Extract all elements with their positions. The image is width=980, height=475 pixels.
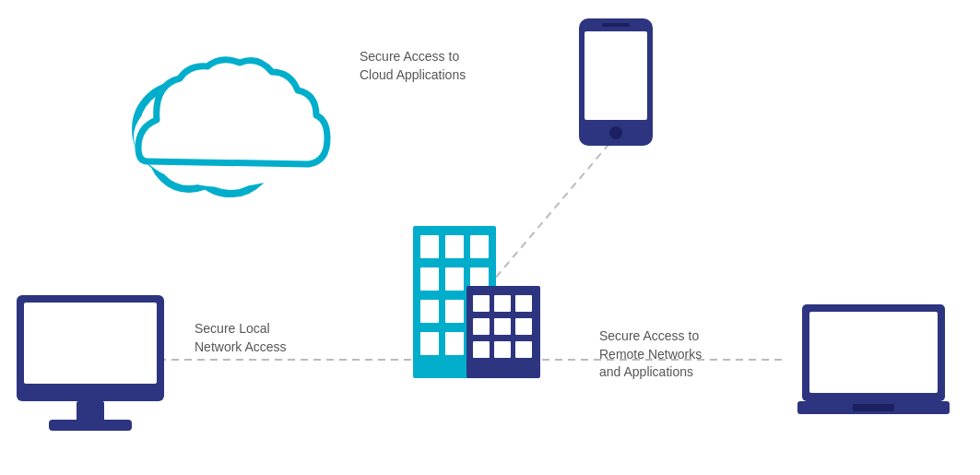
svg-rect-28 bbox=[494, 295, 511, 312]
svg-rect-29 bbox=[515, 295, 532, 312]
svg-rect-21 bbox=[445, 300, 464, 323]
svg-rect-12 bbox=[602, 23, 630, 27]
svg-rect-24 bbox=[445, 332, 464, 355]
svg-rect-33 bbox=[473, 341, 490, 358]
cloud-icon bbox=[134, 60, 327, 194]
smartphone-icon bbox=[579, 18, 653, 146]
svg-rect-20 bbox=[420, 300, 439, 323]
local-access-label: Secure Local Network Access bbox=[195, 320, 287, 356]
svg-rect-16 bbox=[470, 235, 489, 258]
laptop-icon bbox=[797, 304, 950, 414]
svg-rect-18 bbox=[445, 267, 464, 291]
cloud-access-label: Secure Access to Cloud Applications bbox=[360, 48, 466, 84]
svg-rect-17 bbox=[420, 267, 439, 291]
svg-rect-32 bbox=[515, 318, 532, 335]
svg-rect-31 bbox=[494, 318, 511, 335]
svg-point-11 bbox=[609, 126, 622, 139]
svg-rect-10 bbox=[584, 31, 647, 120]
diagram-scene: Secure Access to Cloud Applications Secu… bbox=[0, 0, 980, 475]
svg-rect-38 bbox=[77, 401, 104, 422]
svg-rect-37 bbox=[24, 303, 157, 384]
svg-rect-30 bbox=[473, 318, 490, 335]
desktop-monitor-icon bbox=[17, 295, 164, 431]
svg-line-0 bbox=[489, 134, 618, 286]
svg-rect-35 bbox=[515, 341, 532, 358]
svg-rect-23 bbox=[420, 332, 439, 355]
svg-rect-43 bbox=[853, 404, 894, 411]
svg-rect-39 bbox=[49, 420, 132, 431]
svg-rect-14 bbox=[420, 235, 439, 258]
svg-rect-27 bbox=[473, 295, 490, 312]
svg-rect-34 bbox=[494, 341, 511, 358]
buildings-icon bbox=[413, 226, 540, 378]
svg-rect-15 bbox=[445, 235, 464, 258]
svg-rect-41 bbox=[809, 312, 938, 393]
remote-access-label: Secure Access to Remote Networks and App… bbox=[599, 327, 702, 382]
